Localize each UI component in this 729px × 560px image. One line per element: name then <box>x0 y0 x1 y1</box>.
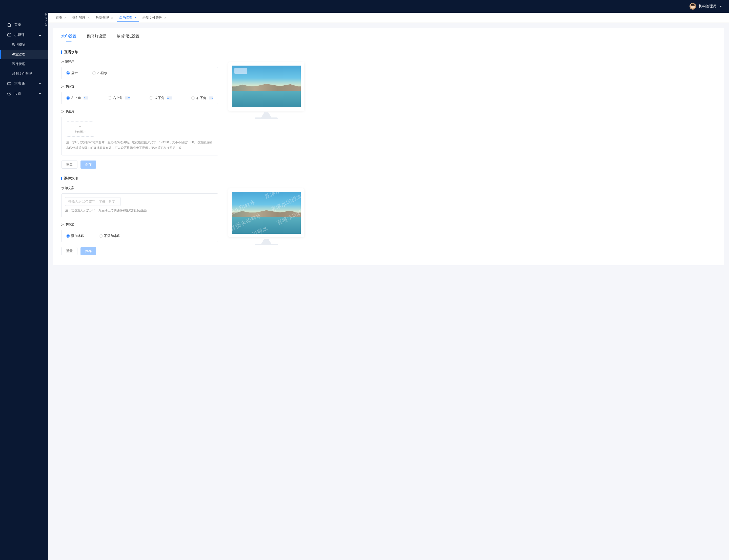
close-icon[interactable]: × <box>64 16 66 20</box>
display-radio-group: 显示 不显示 <box>61 67 218 79</box>
preview-monitor-live <box>228 62 304 111</box>
tab-home[interactable]: 首页 × <box>53 14 69 22</box>
tab-recording[interactable]: 录制文件管理 × <box>140 14 169 22</box>
chevron-up-icon <box>39 34 41 36</box>
inner-tab-watermark[interactable]: 水印设置 <box>61 34 76 42</box>
main-content: 首页 × 课件管理 × 教室管理 × 全局管理 × 录制文件管理 × <box>48 0 729 560</box>
radio-topleft[interactable]: 左上角 <box>66 96 88 100</box>
field-label-position: 水印位置 <box>61 84 218 89</box>
sidebar-sub-recording[interactable]: 录制文件管理 <box>0 69 48 78</box>
user-name: 机构管理员 <box>699 4 716 9</box>
sidebar-item-home[interactable]: 首页 <box>0 20 48 30</box>
position-preview-icon <box>84 96 88 99</box>
sidebar: 云朵直播 yunduoketang.com 教育机构一站 式服务云平台 首页 小… <box>0 0 48 560</box>
close-icon[interactable]: × <box>134 15 136 19</box>
radio-noadd[interactable]: 不添加水印 <box>99 234 120 238</box>
inner-tab-marquee[interactable]: 跑马灯设置 <box>87 34 106 42</box>
top-header: 机构管理员 <box>0 0 729 13</box>
text-input-wrap: 注：若设置为添加水印，对直播上传的课件和生成的回放生效 <box>61 193 218 217</box>
field-label-text: 水印文案 <box>61 186 218 190</box>
chevron-down-icon <box>720 6 722 7</box>
radio-show[interactable]: 显示 <box>66 71 78 75</box>
upload-button[interactable]: + 上传图片 <box>66 122 94 137</box>
radio-icon <box>99 234 103 238</box>
radio-icon <box>66 96 70 100</box>
radio-hide[interactable]: 不显示 <box>92 71 107 75</box>
section-title-live: 直播水印 <box>61 50 716 54</box>
radio-add[interactable]: 添加水印 <box>66 234 84 238</box>
inner-tab-sensitive[interactable]: 敏感词汇设置 <box>117 34 139 42</box>
home-icon <box>7 23 11 27</box>
sidebar-sub-courseware[interactable]: 课件管理 <box>0 59 48 69</box>
field-label-display: 水印显示 <box>61 59 218 64</box>
sidebar-item-bigclass[interactable]: 大班课 <box>0 78 48 89</box>
text-hint: 注：若设置为添加水印，对直播上传的课件和生成的回放生效 <box>65 208 214 213</box>
avatar <box>690 3 696 10</box>
radio-icon <box>66 234 70 238</box>
radio-icon <box>66 71 70 75</box>
tab-global[interactable]: 全局管理 × <box>117 14 139 22</box>
tabs-bar: 首页 × 课件管理 × 教室管理 × 全局管理 × 录制文件管理 × <box>48 13 729 23</box>
field-label-image: 水印图片 <box>61 109 218 114</box>
settings-panel: 水印设置 跑马灯设置 敏感词汇设置 直播水印 水印显示 显示 <box>53 28 724 265</box>
close-icon[interactable]: × <box>111 16 113 20</box>
position-preview-icon <box>167 96 172 99</box>
reset-button[interactable]: 重置 <box>61 161 77 169</box>
radio-topright[interactable]: 右上角 <box>108 96 130 100</box>
bigclass-icon <box>7 82 11 86</box>
plus-icon: + <box>79 124 82 129</box>
watermark-diagonal-overlay: 直播水印样本 直播水印样本 直播水印样本 直播水印样本 直播水印样本 直播水印样… <box>232 192 301 234</box>
sidebar-sub-classroom[interactable]: 教室管理 <box>0 50 48 59</box>
watermark-text-input[interactable] <box>65 197 121 206</box>
tab-classroom[interactable]: 教室管理 × <box>93 14 115 22</box>
sidebar-sub-overview[interactable]: 数据概览 <box>0 40 48 50</box>
position-radio-group: 左上角 右上角 左下角 <box>61 92 218 104</box>
sidebar-item-settings[interactable]: 设置 <box>0 89 48 99</box>
class-icon <box>7 33 11 37</box>
watermark-preview-badge <box>234 68 247 74</box>
position-preview-icon <box>209 96 213 99</box>
radio-bottomleft[interactable]: 左下角 <box>150 96 172 100</box>
radio-icon <box>150 96 153 100</box>
radio-icon <box>108 96 111 100</box>
inner-tabs: 水印设置 跑马灯设置 敏感词汇设置 <box>61 28 716 42</box>
add-radio-group: 添加水印 不添加水印 <box>61 230 218 242</box>
upload-container: + 上传图片 注：水印只支持png格式图片，且必须为透明底。建议最佳图片尺寸：1… <box>61 117 218 155</box>
sidebar-nav: 首页 小班课 数据概览 教室管理 课件管理 录制文件管理 大班课 <box>0 13 48 99</box>
radio-icon <box>191 96 195 100</box>
chevron-down-icon <box>39 93 41 94</box>
field-label-add: 水印添加 <box>61 222 218 227</box>
user-menu[interactable]: 机构管理员 <box>690 3 722 10</box>
close-icon[interactable]: × <box>88 16 90 20</box>
preview-monitor-courseware: 直播水印样本 直播水印样本 直播水印样本 直播水印样本 直播水印样本 直播水印样… <box>228 188 304 237</box>
chevron-down-icon <box>39 83 41 84</box>
radio-bottomright[interactable]: 右下角 <box>191 96 213 100</box>
reset-button[interactable]: 重置 <box>61 247 77 255</box>
section-title-courseware: 课件水印 <box>61 176 716 181</box>
save-button[interactable]: 保存 <box>80 161 96 169</box>
sidebar-item-smallclass[interactable]: 小班课 <box>0 30 48 40</box>
upload-hint: 注：水印只支持png格式图片，且必须为透明底。建议最佳图片尺寸：174*80，大… <box>66 140 213 151</box>
position-preview-icon <box>125 96 130 99</box>
tab-courseware[interactable]: 课件管理 × <box>70 14 92 22</box>
close-icon[interactable]: × <box>164 16 166 20</box>
gear-icon <box>7 92 11 96</box>
radio-icon <box>92 71 96 75</box>
save-button[interactable]: 保存 <box>80 247 96 255</box>
